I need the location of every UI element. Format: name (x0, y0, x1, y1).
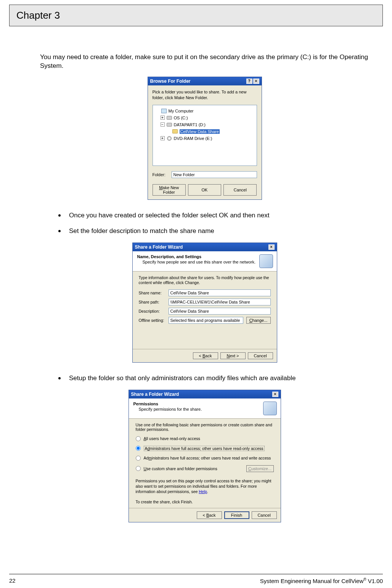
folder-label: Folder: (153, 172, 172, 177)
offline-label: Offline setting: (139, 318, 169, 323)
bullet-dot-icon (58, 230, 61, 232)
folder-icon (172, 129, 178, 134)
wiz-header-text: Name, Description, and Settings Specify … (137, 254, 256, 264)
back-button[interactable]: < Back (197, 511, 222, 519)
dialog2-wrap: Share a Folder Wizard × Name, Descriptio… (40, 243, 369, 363)
make-new-folder-button[interactable]: Make New Folder (153, 184, 186, 196)
computer-icon (161, 108, 167, 114)
wiz3-header: Permissions Specify permissions for the … (129, 398, 281, 419)
folder-tree[interactable]: My Computer + OS (C:) − DATAPART (153, 105, 257, 166)
cancel-button[interactable]: Cancel (252, 511, 277, 519)
perm-radio-1[interactable] (136, 436, 141, 441)
dialog2-titlebar: Share a Folder Wizard × (133, 243, 277, 251)
perm-opt3-label: Administrators have full access; other u… (144, 456, 271, 460)
chapter-header: Chapter 3 (9, 5, 383, 26)
share-path-input[interactable] (169, 299, 271, 305)
browse-folder-dialog: Browse For Folder ? × Pick a folder you … (148, 77, 262, 200)
bullet-list-2: Setup the folder so that only administra… (58, 374, 369, 383)
wizard-icon (263, 402, 277, 415)
tree-root-label: My Computer (169, 109, 194, 113)
perm-option-2[interactable]: Administrators have full access; other u… (136, 446, 274, 451)
footer-version: V1.00 (366, 578, 383, 584)
cancel-button[interactable]: Cancel (223, 184, 257, 196)
share-name-row: Share name: (139, 289, 271, 296)
perm-option-3[interactable]: Administrators have full access; other u… (136, 456, 274, 461)
wiz-intro-text: Type information about the share for use… (139, 275, 271, 286)
wiz3-body: Use one of the following basic share per… (129, 419, 281, 508)
drive-icon (166, 122, 172, 127)
folder-name-row: Folder: (153, 171, 257, 178)
change-button[interactable]: Change... (246, 317, 271, 324)
share-name-input[interactable] (169, 289, 271, 296)
description-input[interactable] (169, 308, 271, 315)
description-label: Description: (139, 309, 169, 313)
close-button[interactable]: × (253, 79, 259, 84)
perm-radio-2[interactable] (136, 446, 141, 451)
wiz-header-sub: Specify how people see and use this shar… (137, 260, 256, 264)
offline-input[interactable] (169, 317, 243, 324)
bullet-1-text: Once you have created or selected the fo… (69, 211, 269, 220)
share-path-label: Share path: (139, 300, 169, 304)
dialog1-wrap: Browse For Folder ? × Pick a folder you … (40, 77, 369, 200)
tree-drive-d-label: DATAPART1 (D:) (174, 122, 206, 127)
dialog1-titlebtns: ? × (246, 79, 259, 84)
expand-icon[interactable]: + (161, 136, 165, 140)
period: . (207, 489, 208, 494)
cancel-button[interactable]: Cancel (248, 352, 273, 359)
bullet-2: Set the folder description to match the … (58, 227, 369, 236)
expand-icon[interactable]: + (161, 116, 165, 120)
ok-button[interactable]: OK (188, 184, 221, 196)
dialog2-titlebtns: × (268, 244, 275, 250)
perm-opt4-label: Use custom share and folder permissions (144, 466, 217, 471)
bullet-3-text: Setup the folder so that only administra… (69, 374, 296, 383)
bullet-list-1: Once you have created or selected the fo… (58, 211, 369, 236)
tree-drive-e[interactable]: + DVD-RAM Drive (E:) (155, 135, 254, 142)
dvd-icon (166, 136, 172, 141)
bullet-3: Setup the folder so that only administra… (58, 374, 369, 383)
perm-opt1-label: All users have read-only access (144, 436, 200, 441)
wiz-footer: < Back Next > Cancel (133, 349, 277, 362)
share-name-label: Share name: (139, 291, 169, 295)
perm-opt2-label: Administrators have full access; other u… (144, 446, 265, 451)
tree-root[interactable]: My Computer (155, 108, 254, 114)
share-wizard-name-dialog: Share a Folder Wizard × Name, Descriptio… (132, 243, 277, 363)
offline-row: Offline setting: Change... (139, 317, 271, 324)
tree-expander-blank (155, 109, 159, 113)
perm-intro: Use one of the following basic share per… (136, 423, 274, 432)
drive-icon (166, 115, 172, 120)
perm-radio-3[interactable] (136, 456, 141, 461)
wizard-icon (259, 254, 273, 268)
help-button[interactable]: ? (246, 79, 252, 84)
spacer (139, 326, 271, 345)
dialog1-title: Browse For Folder (150, 79, 191, 84)
close-button[interactable]: × (268, 244, 275, 250)
page-footer: 22 System Engineering Manual for CellVie… (9, 574, 383, 584)
next-button[interactable]: Next > (220, 352, 246, 359)
dialog3-titlebar: Share a Folder Wizard × (129, 390, 281, 398)
dialog3-title: Share a Folder Wizard (131, 392, 179, 397)
wiz3-footer: < Back Finish Cancel (129, 508, 281, 522)
footer-product: System Engineering Manual for CellView (260, 578, 364, 584)
dialog1-helptext: Pick a folder you would like to share. T… (153, 89, 257, 101)
bullet-dot-icon (58, 214, 61, 217)
page-container: Chapter 3 You may need to create a folde… (0, 5, 392, 588)
wiz-header-title: Name, Description, and Settings (137, 254, 256, 259)
perm-radio-4[interactable] (136, 466, 141, 471)
share-wizard-permissions-dialog: Share a Folder Wizard × Permissions Spec… (129, 390, 281, 523)
wiz3-header-text: Permissions Specify permissions for the … (133, 402, 202, 411)
tree-drive-d[interactable]: − DATAPART1 (D:) (155, 121, 254, 128)
perm-option-4[interactable]: Use custom share and folder permissions … (136, 465, 274, 472)
finish-button[interactable]: Finish (224, 511, 249, 519)
tree-selected-folder[interactable]: CellView Data Share (155, 128, 254, 135)
customize-button: Customize... (246, 465, 274, 472)
back-button[interactable]: < Back (193, 352, 218, 359)
collapse-icon[interactable]: − (161, 122, 165, 127)
wiz3-header-title: Permissions (133, 402, 202, 406)
perm-option-1[interactable]: All users have read-only access (136, 436, 274, 441)
close-button[interactable]: × (272, 392, 278, 397)
help-link[interactable]: Help (199, 489, 207, 494)
tree-drive-c[interactable]: + OS (C:) (155, 114, 254, 121)
page-number: 22 (9, 577, 16, 584)
folder-name-input[interactable] (172, 171, 257, 178)
dialog1-body: Pick a folder you would like to share. T… (148, 85, 262, 199)
